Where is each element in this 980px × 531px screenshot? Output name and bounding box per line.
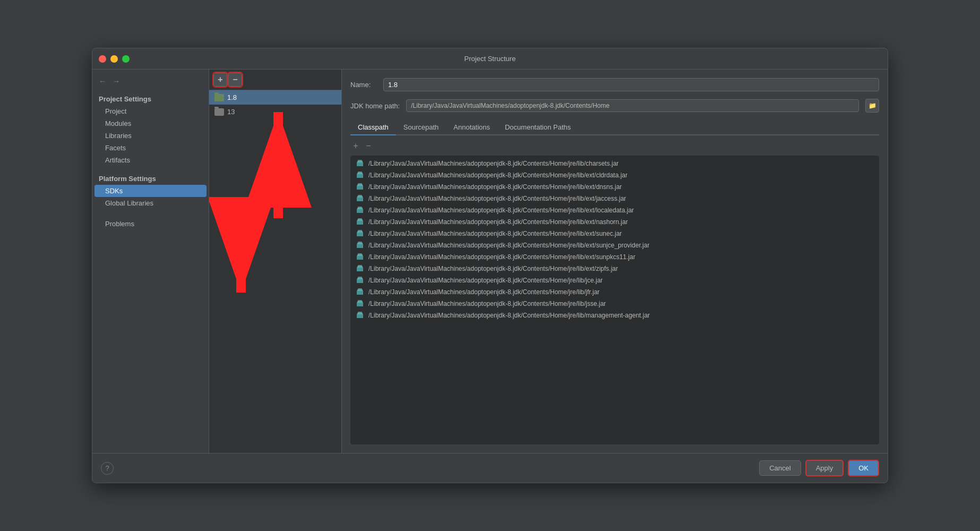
svg-rect-33 bbox=[357, 279, 363, 283]
classpath-item[interactable]: /Library/Java/JavaVirtualMachines/adopto… bbox=[350, 228, 879, 239]
ok-button[interactable]: OK bbox=[848, 460, 879, 476]
classpath-item[interactable]: /Library/Java/JavaVirtualMachines/adopto… bbox=[350, 239, 879, 251]
window-controls bbox=[99, 55, 130, 63]
jdk-path-label: JDK home path: bbox=[350, 102, 400, 110]
classpath-item[interactable]: /Library/Java/JavaVirtualMachines/adopto… bbox=[350, 169, 879, 181]
svg-rect-30 bbox=[357, 267, 363, 271]
tabs: Classpath Sourcepath Annotations Documen… bbox=[350, 120, 879, 135]
title-bar: Project Structure bbox=[92, 48, 888, 70]
svg-rect-38 bbox=[358, 288, 362, 289]
maximize-button[interactable] bbox=[122, 55, 130, 63]
svg-rect-3 bbox=[357, 162, 363, 166]
svg-rect-27 bbox=[357, 255, 363, 260]
tab-classpath[interactable]: Classpath bbox=[350, 120, 396, 135]
path-browse-button[interactable]: 📁 bbox=[865, 99, 879, 113]
jdk-path-input[interactable] bbox=[406, 99, 859, 112]
jar-icon bbox=[356, 288, 364, 296]
classpath-item[interactable]: /Library/Java/JavaVirtualMachines/adopto… bbox=[350, 204, 879, 216]
sidebar-item-project[interactable]: Project bbox=[92, 105, 209, 117]
classpath-path: /Library/Java/JavaVirtualMachines/adopto… bbox=[368, 230, 622, 237]
svg-rect-28 bbox=[357, 254, 363, 256]
name-input[interactable] bbox=[383, 78, 879, 91]
classpath-path: /Library/Java/JavaVirtualMachines/adopto… bbox=[368, 172, 627, 179]
sidebar-item-modules-label: Modules bbox=[105, 119, 131, 127]
sidebar-item-sdks[interactable]: SDKs bbox=[94, 185, 207, 197]
sidebar-item-libraries[interactable]: Libraries bbox=[92, 130, 209, 142]
jar-icon bbox=[356, 159, 364, 168]
classpath-path: /Library/Java/JavaVirtualMachines/adopto… bbox=[368, 265, 618, 272]
close-button[interactable] bbox=[99, 55, 106, 63]
platform-settings-header: Platform Settings bbox=[92, 173, 209, 185]
svg-rect-8 bbox=[358, 172, 362, 173]
content-remove-button[interactable]: − bbox=[363, 141, 374, 151]
tab-annotations[interactable]: Annotations bbox=[446, 120, 497, 135]
classpath-item[interactable]: /Library/Java/JavaVirtualMachines/adopto… bbox=[350, 298, 879, 310]
sdk-add-button[interactable]: + bbox=[213, 73, 227, 87]
sdk-item-18[interactable]: 1.8 bbox=[209, 90, 341, 105]
name-row: Name: bbox=[350, 78, 879, 91]
sidebar-item-facets[interactable]: Facets bbox=[92, 142, 209, 154]
svg-rect-41 bbox=[358, 300, 362, 301]
classpath-item[interactable]: /Library/Java/JavaVirtualMachines/adopto… bbox=[350, 216, 879, 228]
classpath-item[interactable]: /Library/Java/JavaVirtualMachines/adopto… bbox=[350, 286, 879, 298]
help-button[interactable]: ? bbox=[101, 462, 114, 475]
classpath-path: /Library/Java/JavaVirtualMachines/adopto… bbox=[368, 253, 635, 261]
sdk-item-18-label: 1.8 bbox=[227, 93, 237, 101]
svg-rect-29 bbox=[358, 253, 362, 254]
classpath-item[interactable]: /Library/Java/JavaVirtualMachines/adopto… bbox=[350, 158, 879, 169]
svg-rect-16 bbox=[357, 208, 363, 209]
svg-rect-39 bbox=[357, 302, 363, 306]
svg-rect-6 bbox=[357, 174, 363, 178]
cancel-button[interactable]: Cancel bbox=[759, 460, 801, 476]
classpath-item[interactable]: /Library/Java/JavaVirtualMachines/adopto… bbox=[350, 310, 879, 321]
sidebar-item-project-label: Project bbox=[105, 107, 126, 115]
sdk-list: 1.8 13 bbox=[209, 90, 341, 453]
sidebar-item-global-libraries-label: Global Libraries bbox=[105, 199, 153, 207]
classpath-path: /Library/Java/JavaVirtualMachines/adopto… bbox=[368, 277, 603, 284]
classpath-path: /Library/Java/JavaVirtualMachines/adopto… bbox=[368, 288, 599, 296]
tab-documentation-paths[interactable]: Documentation Paths bbox=[497, 120, 578, 135]
classpath-path: /Library/Java/JavaVirtualMachines/adopto… bbox=[368, 300, 606, 307]
svg-rect-17 bbox=[358, 207, 362, 208]
classpath-item[interactable]: /Library/Java/JavaVirtualMachines/adopto… bbox=[350, 275, 879, 286]
classpath-list: /Library/Java/JavaVirtualMachines/adopto… bbox=[350, 156, 879, 444]
sidebar-item-problems[interactable]: Problems bbox=[92, 218, 209, 230]
jar-icon bbox=[356, 264, 364, 273]
sdk-item-13-label: 13 bbox=[227, 108, 235, 116]
classpath-path: /Library/Java/JavaVirtualMachines/adopto… bbox=[368, 183, 622, 191]
jar-icon bbox=[356, 253, 364, 261]
sidebar-item-sdks-label: SDKs bbox=[105, 187, 123, 195]
sidebar-item-facets-label: Facets bbox=[105, 144, 126, 152]
content-add-button[interactable]: + bbox=[350, 141, 361, 151]
nav-forward-button[interactable]: → bbox=[110, 76, 122, 87]
sidebar: ← → Project Settings Project Modules Lib… bbox=[92, 70, 209, 453]
svg-rect-26 bbox=[358, 242, 362, 243]
sdk-item-13[interactable]: 13 bbox=[209, 105, 341, 119]
classpath-item[interactable]: /Library/Java/JavaVirtualMachines/adopto… bbox=[350, 181, 879, 193]
classpath-item[interactable]: /Library/Java/JavaVirtualMachines/adopto… bbox=[350, 193, 879, 204]
svg-rect-22 bbox=[357, 231, 363, 233]
apply-button[interactable]: Apply bbox=[805, 460, 844, 476]
sdk-panel: + − 1.8 13 bbox=[209, 70, 342, 453]
jdk-path-row: JDK home path: 📁 bbox=[350, 99, 879, 113]
classpath-item[interactable]: /Library/Java/JavaVirtualMachines/adopto… bbox=[350, 263, 879, 275]
tab-sourcepath[interactable]: Sourcepath bbox=[396, 120, 446, 135]
sidebar-item-modules[interactable]: Modules bbox=[92, 117, 209, 130]
minimize-button[interactable] bbox=[110, 55, 118, 63]
nav-back-forward: ← → bbox=[92, 74, 209, 91]
svg-rect-31 bbox=[357, 266, 363, 268]
sidebar-item-global-libraries[interactable]: Global Libraries bbox=[92, 197, 209, 209]
nav-back-button[interactable]: ← bbox=[97, 76, 108, 87]
svg-rect-23 bbox=[358, 230, 362, 231]
sidebar-item-artifacts-label: Artifacts bbox=[105, 156, 130, 164]
jar-icon bbox=[356, 171, 364, 179]
classpath-path: /Library/Java/JavaVirtualMachines/adopto… bbox=[368, 242, 649, 249]
svg-rect-40 bbox=[357, 301, 363, 303]
svg-rect-34 bbox=[357, 278, 363, 279]
dialog-body: ← → Project Settings Project Modules Lib… bbox=[92, 70, 888, 453]
svg-rect-5 bbox=[358, 160, 362, 161]
classpath-item[interactable]: /Library/Java/JavaVirtualMachines/adopto… bbox=[350, 251, 879, 263]
jar-icon bbox=[356, 218, 364, 226]
sdk-remove-button[interactable]: − bbox=[228, 73, 242, 87]
sidebar-item-artifacts[interactable]: Artifacts bbox=[92, 154, 209, 166]
